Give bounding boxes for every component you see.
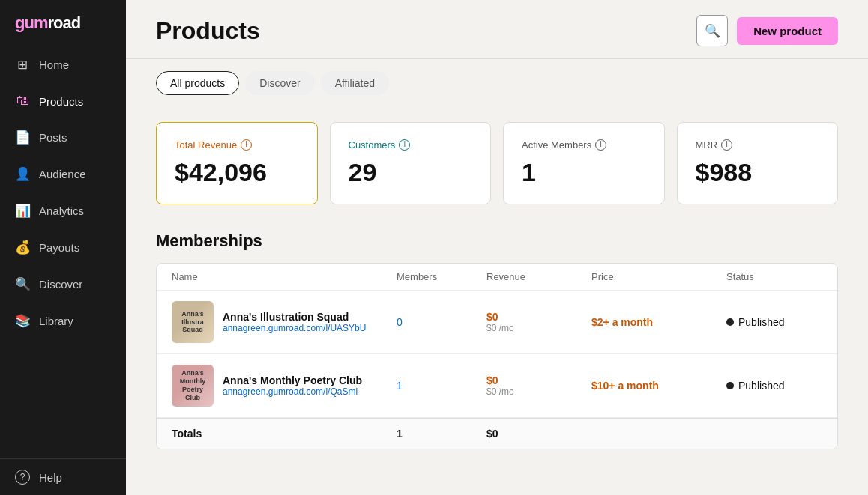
memberships-table: Name Members Revenue Price Status Anna's… [156, 263, 838, 449]
product-thumbnail-illustration: Anna's Illustra Squad [172, 301, 214, 343]
total-revenue-info-icon[interactable]: i [241, 139, 252, 151]
stat-label-total-revenue: Total Revenue i [175, 139, 299, 151]
sidebar-item-home[interactable]: ⊞ Home [0, 46, 126, 83]
stat-value-total-revenue: $42,096 [175, 158, 299, 187]
stat-value-customers: 29 [349, 158, 473, 187]
stat-card-total-revenue: Total Revenue i $42,096 [156, 122, 318, 204]
mrr-info-icon[interactable]: i [721, 139, 732, 151]
sidebar-item-label: Posts [39, 131, 67, 144]
sidebar-item-label: Home [39, 58, 69, 71]
sidebar-item-label: Discover [39, 278, 82, 291]
product-cell-illustration: Anna's Illustra Squad Anna's Illustratio… [172, 301, 397, 343]
page-header: Products 🔍 New product [126, 0, 868, 59]
product-info-illustration: Anna's Illustration Squad annagreen.gumr… [223, 311, 366, 333]
stat-card-active-members: Active Members i 1 [503, 122, 665, 204]
product-thumbnail-poetry: Anna's Monthly Poetry Club [172, 365, 214, 407]
table-totals: Totals 1 $0 [157, 418, 837, 449]
new-product-button[interactable]: New product [737, 17, 838, 45]
posts-icon: 📄 [15, 130, 30, 145]
col-header-name: Name [172, 271, 397, 282]
stat-card-customers: Customers i 29 [330, 122, 492, 204]
status-label-poetry: Published [738, 380, 785, 392]
sidebar-item-library[interactable]: 📚 Library [0, 303, 126, 339]
stats-row: Total Revenue i $42,096 Customers i 29 A… [156, 122, 838, 204]
product-tabs: All products Discover Affiliated [126, 59, 868, 107]
customers-info-icon[interactable]: i [399, 139, 410, 151]
price-cell-illustration: $2+ a month [591, 316, 726, 328]
status-dot-poetry [726, 382, 734, 389]
discover-icon: 🔍 [15, 276, 30, 292]
tab-discover[interactable]: Discover [245, 71, 314, 95]
logo: gumroad [0, 0, 126, 46]
memberships-section: Memberships Name Members Revenue Price S… [156, 231, 838, 449]
stat-value-active-members: 1 [522, 158, 646, 187]
members-count-poetry: 1 [397, 380, 486, 392]
sidebar-item-label: Payouts [39, 241, 79, 254]
status-label-illustration: Published [738, 316, 785, 328]
sidebar-item-discover[interactable]: 🔍 Discover [0, 266, 126, 303]
members-count-illustration: 0 [397, 316, 486, 328]
stat-card-mrr: MRR i $988 [677, 122, 839, 204]
price-cell-poetry: $10+ a month [591, 380, 726, 392]
help-icon: ? [15, 470, 30, 485]
sidebar: gumroad ⊞ Home 🛍 Products 📄 Posts 👤 Audi… [0, 0, 126, 495]
sidebar-item-label: Audience [39, 168, 86, 180]
active-members-info-icon[interactable]: i [595, 139, 606, 151]
stat-label-active-members: Active Members i [522, 139, 646, 151]
thumb-illustration-image: Anna's Illustra Squad [172, 301, 214, 343]
memberships-title: Memberships [156, 231, 838, 251]
help-label: Help [39, 471, 62, 484]
col-header-status: Status [726, 271, 822, 282]
header-actions: 🔍 New product [696, 15, 838, 46]
table-header: Name Members Revenue Price Status [157, 264, 837, 291]
tab-affiliated[interactable]: Affiliated [321, 71, 389, 95]
totals-revenue: $0 [486, 428, 591, 440]
product-info-poetry: Anna's Monthly Poetry Club annagreen.gum… [223, 374, 362, 397]
search-button[interactable]: 🔍 [696, 15, 728, 46]
revenue-cell-illustration: $0 $0 /mo [486, 311, 591, 333]
home-icon: ⊞ [15, 57, 30, 73]
stat-label-mrr: MRR i [696, 139, 820, 151]
product-name-poetry: Anna's Monthly Poetry Club [223, 374, 362, 386]
table-row: Anna's Illustra Squad Anna's Illustratio… [157, 291, 837, 354]
page-title: Products [156, 17, 260, 45]
col-header-revenue: Revenue [486, 271, 591, 282]
sidebar-nav: ⊞ Home 🛍 Products 📄 Posts 👤 Audience 📊 A… [0, 46, 126, 458]
sidebar-item-label: Library [39, 315, 73, 327]
thumb-poetry-image: Anna's Monthly Poetry Club [172, 365, 214, 407]
table-row: Anna's Monthly Poetry Club Anna's Monthl… [157, 354, 837, 418]
revenue-sub-poetry: $0 /mo [486, 386, 591, 397]
revenue-cell-poetry: $0 $0 /mo [486, 374, 591, 397]
tab-all-products[interactable]: All products [156, 71, 239, 95]
products-icon: 🛍 [15, 94, 30, 109]
help-item[interactable]: ? Help [0, 458, 126, 495]
sidebar-item-posts[interactable]: 📄 Posts [0, 119, 126, 156]
sidebar-item-payouts[interactable]: 💰 Payouts [0, 229, 126, 266]
sidebar-item-audience[interactable]: 👤 Audience [0, 156, 126, 192]
status-cell-poetry: Published [726, 380, 822, 392]
stat-label-customers: Customers i [349, 139, 473, 151]
sidebar-item-label: Analytics [39, 204, 84, 217]
product-link-poetry[interactable]: annagreen.gumroad.com/l/QaSmi [223, 386, 362, 397]
stat-value-mrr: $988 [696, 158, 820, 187]
payouts-icon: 💰 [15, 240, 30, 255]
col-header-price: Price [591, 271, 726, 282]
product-link-illustration[interactable]: annagreen.gumroad.com/l/UASYbU [223, 323, 366, 333]
main-content: Products 🔍 New product All products Disc… [126, 0, 868, 495]
revenue-main-illustration: $0 [486, 311, 591, 323]
totals-status [726, 428, 822, 440]
product-cell-poetry: Anna's Monthly Poetry Club Anna's Monthl… [172, 365, 397, 407]
page-content: Total Revenue i $42,096 Customers i 29 A… [126, 107, 868, 495]
status-cell-illustration: Published [726, 316, 822, 328]
revenue-sub-illustration: $0 /mo [486, 323, 591, 333]
totals-price [591, 428, 726, 440]
col-header-members: Members [397, 271, 486, 282]
sidebar-item-label: Products [39, 95, 83, 108]
revenue-main-poetry: $0 [486, 374, 591, 386]
analytics-icon: 📊 [15, 203, 30, 219]
totals-label: Totals [172, 428, 397, 440]
sidebar-item-analytics[interactable]: 📊 Analytics [0, 192, 126, 229]
sidebar-item-products[interactable]: 🛍 Products [0, 83, 126, 119]
status-dot-illustration [726, 318, 734, 326]
product-name-illustration: Anna's Illustration Squad [223, 311, 366, 323]
